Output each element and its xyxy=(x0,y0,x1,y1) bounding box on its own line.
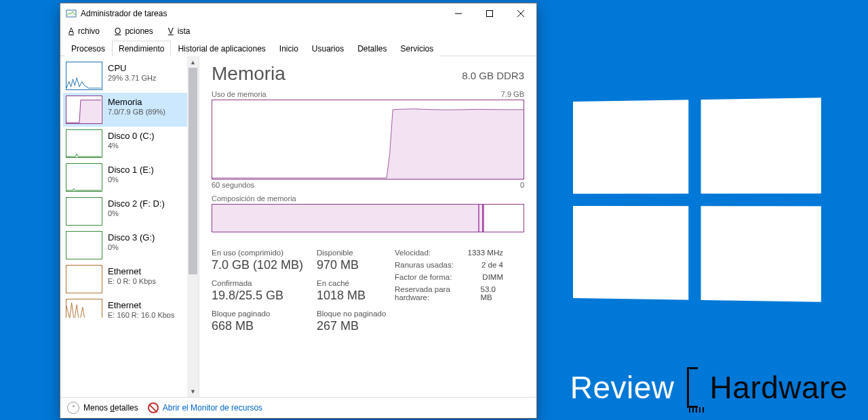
stat-nonpaged-k: Bloque no paginado xyxy=(317,310,395,318)
menu-file[interactable]: Archivo xyxy=(64,25,108,37)
memory-usage-chart xyxy=(212,100,524,180)
sidebar-item-label: Disco 3 (G:) xyxy=(108,232,155,243)
sidebar-item-ethernet0[interactable]: Ethernet E: 0 R: 0 Kbps xyxy=(63,262,187,296)
watermark: Review Hardware xyxy=(570,367,848,408)
stat-avail-k: Disponible xyxy=(317,249,395,257)
sidebar-item-sub: 4% xyxy=(108,142,155,150)
sidebar-item-label: Disco 1 (E:) xyxy=(108,165,154,175)
spec-reserved-v: 53.0 MB xyxy=(481,285,504,301)
memory-total: 8.0 GB DDR3 xyxy=(462,70,524,81)
chevron-up-icon: ˄ xyxy=(67,402,79,414)
tab-usuarios[interactable]: Usuarios xyxy=(305,41,351,56)
stat-nonpaged-v: 267 MB xyxy=(317,319,395,333)
sidebar-item-label: Ethernet xyxy=(108,266,156,276)
stat-inuse-k: En uso (comprimido) xyxy=(212,249,317,257)
sidebar-item-sub: 29% 3.71 GHz xyxy=(108,74,157,82)
spec-slots-v: 2 de 4 xyxy=(481,261,503,269)
watermark-right: Hardware xyxy=(710,369,848,406)
sidebar-item-disk3[interactable]: Disco 3 (G:) 0% xyxy=(63,228,187,262)
menu-view[interactable]: Vista xyxy=(164,25,199,37)
composition-label: Composición de memoria xyxy=(212,194,296,203)
task-manager-icon xyxy=(66,8,77,19)
sidebar-item-label: Disco 0 (C:) xyxy=(108,131,155,141)
stat-cached-v: 1018 MB xyxy=(317,289,395,303)
stat-committed-k: Confirmada xyxy=(212,279,317,287)
svg-marker-5 xyxy=(66,100,101,123)
sidebar-item-memoria[interactable]: Memoria 7.0/7.9 GB (89%) xyxy=(63,93,187,127)
performance-sidebar: CPU 29% 3.71 GHz Memoria 7.0/7.9 GB (89%… xyxy=(60,56,199,397)
sidebar-item-label: CPU xyxy=(108,63,157,73)
watermark-left: Review xyxy=(570,369,675,406)
stat-paged-k: Bloque paginado xyxy=(212,310,317,318)
tab-servicios[interactable]: Servicios xyxy=(394,41,441,56)
sidebar-item-sub: 7.0/7.9 GB (89%) xyxy=(108,108,165,116)
axis-right: 0 xyxy=(520,181,524,189)
sidebar-item-sub: 0% xyxy=(108,209,165,217)
fewer-details-button[interactable]: ˄ Menos detalles xyxy=(67,402,138,414)
sidebar-item-ethernet1[interactable]: Ethernet E: 160 R: 16.0 Kbps xyxy=(63,296,187,318)
memory-composition-bar xyxy=(212,204,524,232)
tab-historial[interactable]: Historial de aplicaciones xyxy=(171,41,272,56)
sidebar-item-cpu[interactable]: CPU 29% 3.71 GHz xyxy=(63,59,187,93)
window-footer: ˄ Menos detalles Abrir el Monitor de rec… xyxy=(60,397,536,418)
menu-options[interactable]: Opciones xyxy=(111,25,161,37)
usage-label: Uso de memoria xyxy=(212,90,267,98)
sidebar-item-sub: E: 0 R: 0 Kbps xyxy=(108,277,156,285)
menu-bar: Archivo Opciones Vista xyxy=(60,24,536,40)
stat-committed-v: 19.8/25.5 GB xyxy=(212,289,317,303)
bracket-icon xyxy=(687,367,698,408)
stat-paged-v: 668 MB xyxy=(212,319,317,333)
axis-left: 60 segundos xyxy=(212,181,254,189)
svg-marker-6 xyxy=(212,109,524,179)
scroll-down-icon[interactable]: ▼ xyxy=(187,385,199,397)
sidebar-scrollbar[interactable]: ▲ ▼ xyxy=(187,56,199,397)
tab-strip: Procesos Rendimiento Historial de aplica… xyxy=(60,40,536,56)
sidebar-item-disk2[interactable]: Disco 2 (F: D:) 0% xyxy=(63,194,187,228)
spec-speed-v: 1333 MHz xyxy=(468,249,503,257)
spec-speed-k: Velocidad: xyxy=(395,249,431,257)
sidebar-item-label: Memoria xyxy=(108,97,165,107)
sidebar-item-label: Ethernet xyxy=(108,300,174,310)
window-title: Administrador de tareas xyxy=(81,9,443,18)
spec-reserved-k: Reservada para hardware: xyxy=(395,285,467,301)
task-manager-window: Administrador de tareas Archivo Opciones… xyxy=(60,3,537,419)
spec-slots-k: Ranuras usadas: xyxy=(395,261,454,269)
sidebar-item-sub: 0% xyxy=(108,175,154,184)
tab-rendimiento[interactable]: Rendimiento xyxy=(112,41,171,56)
minimize-button[interactable] xyxy=(443,3,474,24)
scroll-up-icon[interactable]: ▲ xyxy=(187,56,199,68)
sidebar-item-disk1[interactable]: Disco 1 (E:) 0% xyxy=(63,161,187,194)
resmon-icon xyxy=(148,402,159,413)
close-button[interactable] xyxy=(505,3,536,24)
open-resmon-link[interactable]: Abrir el Monitor de recursos xyxy=(148,402,262,413)
stat-inuse-v: 7.0 GB (102 MB) xyxy=(212,258,317,272)
maximize-button[interactable] xyxy=(474,3,505,24)
titlebar[interactable]: Administrador de tareas xyxy=(60,3,536,24)
sidebar-item-disk0[interactable]: Disco 0 (C:) 4% xyxy=(63,127,187,161)
spec-form-k: Factor de forma: xyxy=(395,273,452,281)
tab-procesos[interactable]: Procesos xyxy=(64,41,112,56)
tab-detalles[interactable]: Detalles xyxy=(351,41,393,56)
stat-cached-k: En caché xyxy=(317,279,395,287)
performance-main: 8.0 GB DDR3 Memoria Uso de memoria 7.9 G… xyxy=(199,56,536,397)
sidebar-item-sub: 0% xyxy=(108,243,155,251)
sidebar-item-label: Disco 2 (F: D:) xyxy=(108,198,165,209)
usage-max: 7.9 GB xyxy=(501,90,524,98)
stat-avail-v: 970 MB xyxy=(317,258,395,272)
sidebar-item-sub: E: 160 R: 16.0 Kbps xyxy=(108,311,174,318)
svg-rect-2 xyxy=(487,11,493,17)
spec-form-v: DIMM xyxy=(482,273,503,281)
windows-logo xyxy=(573,98,821,301)
tab-inicio[interactable]: Inicio xyxy=(273,41,305,56)
